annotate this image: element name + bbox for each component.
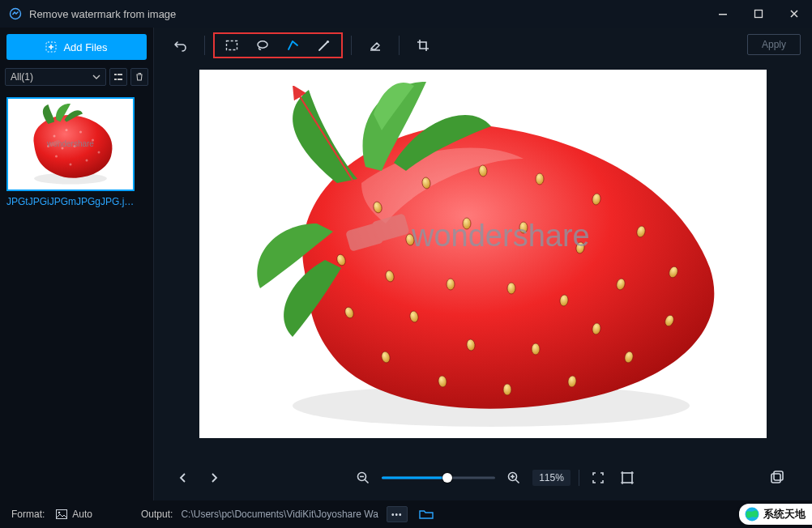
svg-point-16 <box>55 155 58 158</box>
thumbnail-image: wondershare <box>10 100 131 189</box>
editor-area: Apply <box>154 28 812 500</box>
toolbar: Apply <box>154 28 812 63</box>
list-view-button[interactable] <box>109 68 127 86</box>
image-icon <box>56 509 67 519</box>
svg-point-10 <box>66 129 68 131</box>
zoom-in-icon <box>506 471 521 485</box>
undo-button[interactable] <box>165 34 196 57</box>
zoom-in-button[interactable] <box>503 467 524 488</box>
svg-point-49 <box>532 343 540 355</box>
canvas-image: wondershare <box>199 70 767 438</box>
sidebar: Add Files All(1) <box>0 28 154 500</box>
add-files-button[interactable]: Add Files <box>6 34 147 60</box>
svg-rect-4 <box>114 74 117 75</box>
next-image-button[interactable] <box>204 468 224 488</box>
fit-screen-icon <box>591 471 605 485</box>
svg-point-0 <box>11 9 21 19</box>
actual-size-button[interactable] <box>617 467 638 488</box>
site-watermark-badge: 系统天地 <box>739 504 812 525</box>
svg-point-9 <box>53 135 56 138</box>
plus-icon <box>45 41 57 53</box>
svg-point-70 <box>58 512 61 514</box>
maximize-button[interactable] <box>741 0 776 28</box>
footer: Format: Auto Output: C:\Users\pc\Documen… <box>0 500 812 528</box>
zoom-slider[interactable] <box>382 470 495 486</box>
svg-rect-1 <box>719 14 727 15</box>
svg-rect-2 <box>755 11 763 18</box>
compare-icon <box>769 470 785 486</box>
actual-size-icon <box>620 471 635 485</box>
format-label: Format: <box>11 509 45 520</box>
apply-label: Apply <box>762 39 786 50</box>
lasso-select-button[interactable] <box>247 34 278 57</box>
clear-list-button[interactable] <box>130 68 148 86</box>
main-area: Add Files All(1) <box>0 28 812 500</box>
brush-select-button[interactable] <box>309 34 340 57</box>
site-watermark-text: 系统天地 <box>763 507 806 522</box>
format-selector[interactable]: Auto <box>56 509 92 520</box>
polygon-select-button[interactable] <box>278 34 309 57</box>
crop-icon <box>416 38 430 53</box>
brush-icon <box>317 38 331 53</box>
compare-button[interactable] <box>767 467 788 488</box>
chevron-left-icon <box>177 472 189 483</box>
divider <box>351 36 352 55</box>
filter-row: All(1) <box>0 66 153 91</box>
thumbnail-filename: JPGtJPGiJPGmJPGgJPG.jpg <box>6 196 135 207</box>
chevron-right-icon <box>208 472 220 483</box>
eraser-button[interactable] <box>360 34 391 57</box>
fit-screen-button[interactable] <box>588 467 609 488</box>
svg-rect-66 <box>622 473 632 483</box>
crop-button[interactable] <box>408 34 438 57</box>
divider <box>399 36 400 55</box>
zoom-controls: 115% <box>353 467 638 488</box>
svg-rect-67 <box>771 474 780 483</box>
canvas-area: wondershare <box>154 63 812 455</box>
svg-rect-5 <box>118 74 122 75</box>
apply-button[interactable]: Apply <box>747 34 801 55</box>
thumbnail-item[interactable]: wondershare <box>6 97 135 191</box>
divider <box>579 470 579 486</box>
svg-line-60 <box>365 479 368 483</box>
divider <box>204 36 205 55</box>
svg-point-11 <box>79 131 82 134</box>
svg-point-54 <box>507 283 515 294</box>
svg-line-63 <box>515 479 519 483</box>
zoom-percent: 115% <box>532 470 571 486</box>
zoom-out-icon <box>356 471 370 485</box>
close-button[interactable] <box>776 0 812 28</box>
svg-point-13 <box>98 151 100 154</box>
rectangle-select-button[interactable] <box>216 34 247 57</box>
ellipsis-icon: ••• <box>391 510 403 519</box>
titlebar: Remove watermark from image <box>0 0 812 28</box>
filter-select[interactable]: All(1) <box>5 68 106 86</box>
svg-rect-69 <box>57 510 67 519</box>
rectangle-select-icon <box>224 38 239 53</box>
svg-point-25 <box>327 40 329 43</box>
watermark-text: wondershare <box>411 219 590 253</box>
filter-label: All(1) <box>11 71 33 83</box>
globe-icon <box>744 506 760 522</box>
minimize-button[interactable] <box>705 0 741 28</box>
svg-point-38 <box>503 384 511 395</box>
prev-image-button[interactable] <box>173 468 193 488</box>
svg-point-15 <box>70 164 72 166</box>
eraser-icon <box>368 38 382 53</box>
selection-tools-highlight <box>213 32 343 58</box>
output-label: Output: <box>141 509 173 520</box>
zoom-out-button[interactable] <box>353 467 374 488</box>
svg-point-53 <box>447 279 455 290</box>
polygon-select-icon <box>286 38 301 53</box>
folder-icon <box>419 509 434 520</box>
lasso-icon <box>255 38 270 53</box>
svg-rect-6 <box>114 79 117 80</box>
annotation-arrow <box>290 86 371 191</box>
svg-point-14 <box>86 160 88 162</box>
undo-icon <box>173 38 188 53</box>
browse-output-button[interactable]: ••• <box>387 506 408 522</box>
svg-point-31 <box>536 173 544 185</box>
open-output-folder-button[interactable] <box>416 506 437 522</box>
svg-line-58 <box>298 94 353 181</box>
image-canvas[interactable]: wondershare <box>199 70 767 438</box>
chevron-down-icon <box>92 73 100 81</box>
